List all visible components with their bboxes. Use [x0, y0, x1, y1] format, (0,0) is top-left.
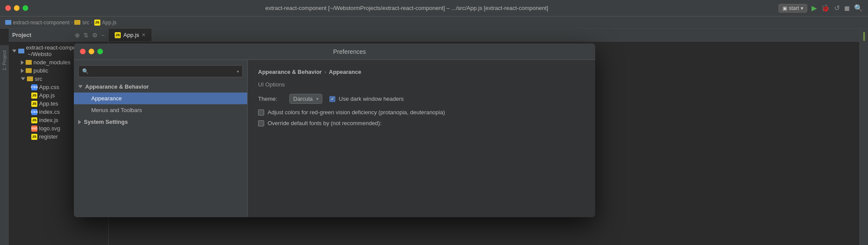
nav-item-appearance[interactable]: Appearance: [74, 93, 247, 104]
svg-file-icon: SVG: [31, 126, 37, 132]
prefs-dots: [80, 49, 103, 54]
breadcrumb-src[interactable]: src: [74, 20, 89, 26]
color-deficiency-label: Adjust colors for red-green vision defic…: [268, 109, 445, 116]
js-file-icon: JS: [31, 93, 37, 99]
search-icon: 🔍: [82, 68, 89, 74]
prefs-body: 🔍 ▾ Appearance & Behavior Appearance Men…: [74, 60, 595, 217]
tab-label: App.js: [123, 32, 139, 38]
search-dropdown-arrow[interactable]: ▾: [237, 69, 239, 74]
css-file-icon: CSS: [31, 109, 37, 115]
tree-label: App.css: [39, 84, 59, 90]
prefs-content: Appearance & Behavior › Appearance UI Op…: [248, 60, 595, 217]
preferences-dialog: Preferences 🔍 ▾ Appearance & Behavior Ap…: [74, 43, 595, 217]
folder-icon: [27, 76, 33, 81]
prefs-title: Preferences: [110, 48, 589, 55]
debug-button[interactable]: 🐞: [821, 4, 830, 12]
expand-arrow: [12, 50, 17, 53]
add-icon[interactable]: ⊕: [75, 32, 80, 39]
breadcrumb-src-label: src: [82, 20, 89, 26]
panel-header: Project ⊕ ⇅ ⚙ −: [9, 29, 108, 42]
maximize-dot[interactable]: [23, 5, 28, 11]
minimize-icon[interactable]: −: [101, 32, 105, 39]
panel-actions: ⊕ ⇅ ⚙ −: [75, 32, 105, 39]
breadcrumb-bar: extract-react-component › src › JS App.j…: [0, 17, 868, 29]
tree-label: public: [33, 67, 48, 74]
run-config-icon: ▣: [782, 5, 787, 11]
theme-value: Darcula: [293, 96, 313, 102]
expand-arrow: [21, 77, 25, 80]
nav-item-label: Menus and Toolbars: [91, 107, 142, 113]
folder-icon: [26, 68, 32, 73]
sync-icon[interactable]: ⇅: [83, 32, 89, 39]
run-config-label: start: [789, 5, 799, 11]
theme-row: Theme: Darcula ▾ Use dark window headers: [258, 94, 585, 104]
nav-item-label: Appearance: [91, 95, 122, 102]
title-bar-dots: [5, 5, 28, 11]
dark-headers-row: Use dark window headers: [329, 96, 404, 102]
tree-label: src: [35, 76, 42, 82]
prefs-search-box[interactable]: 🔍 ▾: [78, 65, 243, 77]
override-fonts-label: Override default fonts by (not recommend…: [268, 120, 381, 126]
expand-arrow: [21, 69, 24, 73]
expand-arrow: [21, 60, 24, 65]
prefs-titlebar: Preferences: [74, 43, 595, 60]
js-file-icon: JS: [31, 117, 37, 123]
run-button[interactable]: ▶: [812, 4, 817, 12]
tab-close-button[interactable]: ✕: [142, 32, 146, 38]
folder-icon: [18, 49, 24, 53]
override-fonts-checkbox[interactable]: [258, 120, 264, 126]
breadcrumb-parent: Appearance & Behavior: [258, 69, 322, 75]
color-deficiency-checkbox[interactable]: [258, 109, 264, 116]
stop-button[interactable]: ◼: [844, 4, 850, 12]
nav-item-menus-toolbars[interactable]: Menus and Toolbars: [74, 104, 247, 116]
minimize-dot[interactable]: [14, 5, 20, 11]
search-input[interactable]: [91, 68, 234, 75]
breadcrumb-project[interactable]: extract-react-component: [13, 20, 70, 26]
panel-title: Project: [12, 32, 71, 38]
theme-label: Theme:: [258, 96, 284, 102]
prefs-close-dot[interactable]: [80, 49, 86, 54]
js-file-icon: JS: [31, 134, 37, 140]
side-strip: [859, 29, 868, 245]
nav-group-system-settings[interactable]: System Settings: [74, 116, 247, 128]
breadcrumb-folder-icon: [5, 20, 11, 25]
code-marker: [863, 32, 865, 41]
breadcrumb-arrow: ›: [325, 69, 326, 75]
nav-group-label: System Settings: [84, 119, 128, 125]
search-button[interactable]: 🔍: [854, 4, 863, 12]
tree-label: logo.svg: [39, 125, 60, 132]
color-deficiency-row: Adjust colors for red-green vision defic…: [258, 109, 585, 116]
prefs-maximize-dot[interactable]: [97, 49, 103, 54]
js-file-icon: JS: [31, 101, 37, 107]
close-dot[interactable]: [5, 5, 11, 11]
css-file-icon: CSS: [31, 84, 37, 90]
breadcrumb-file[interactable]: JS App.js: [94, 20, 116, 26]
group-expand-arrow: [78, 120, 81, 124]
prefs-minimize-dot[interactable]: [89, 49, 94, 54]
editor-tab-appjs[interactable]: JS App.js ✕: [109, 29, 152, 41]
folder-icon: [26, 60, 32, 65]
tab-js-icon: JS: [115, 32, 121, 38]
override-fonts-row: Override default fonts by (not recommend…: [258, 120, 585, 126]
title-bar: extract-react-component [~/WebstormProje…: [0, 0, 868, 17]
prefs-breadcrumb: Appearance & Behavior › Appearance: [258, 69, 585, 75]
breadcrumb-js-icon: JS: [94, 20, 100, 26]
vertical-tab[interactable]: 1: Project: [0, 45, 9, 245]
theme-select-arrow: ▾: [316, 96, 318, 101]
tree-label: App.tes: [39, 100, 58, 107]
theme-select[interactable]: Darcula ▾: [289, 94, 322, 104]
window-title: extract-react-component [~/WebstormProje…: [35, 5, 779, 11]
nav-group-appearance-behavior[interactable]: Appearance & Behavior: [74, 81, 247, 93]
tree-label: register: [39, 133, 58, 140]
rerun-button[interactable]: ↺: [834, 4, 840, 12]
breadcrumb-file-label: App.js: [102, 20, 116, 26]
run-config-selector[interactable]: ▣ start ▾: [779, 4, 807, 13]
project-tab-label[interactable]: 1: Project: [1, 47, 8, 74]
settings-icon[interactable]: ⚙: [92, 32, 98, 39]
breadcrumb-sep1: ›: [71, 20, 73, 25]
breadcrumb-sep2: ›: [91, 20, 92, 25]
prefs-nav: 🔍 ▾ Appearance & Behavior Appearance Men…: [74, 60, 248, 217]
dark-headers-checkbox[interactable]: [329, 96, 335, 102]
group-expand-arrow: [78, 85, 83, 88]
nav-group-label: Appearance & Behavior: [85, 83, 149, 90]
